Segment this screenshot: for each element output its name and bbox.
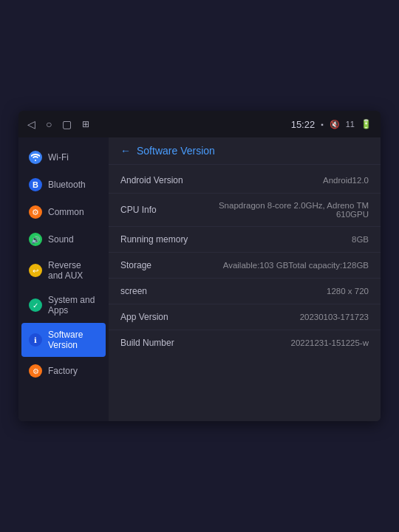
recents-nav-icon[interactable]: ▢	[62, 118, 72, 130]
signal-icon: ▪	[321, 120, 324, 129]
sidebar-item-factory[interactable]: ⚙ Factory	[21, 358, 106, 384]
status-bar: ◁ ○ ▢ ⊞ 15:22 ▪ 🔇 11 🔋	[18, 111, 381, 137]
info-value: Available:103 GBTotal capacity:128GB	[223, 261, 369, 270]
sidebar-item-sound[interactable]: 🔊 Sound	[21, 226, 106, 253]
sidebar-bluetooth-label: Bluetooth	[48, 180, 86, 190]
wifi-icon	[29, 151, 42, 164]
content-title: Software Version	[137, 145, 215, 157]
table-row: Build Number 20221231-151225-w	[109, 330, 381, 355]
info-label: Running memory	[120, 234, 188, 245]
table-row: screen 1280 x 720	[109, 279, 381, 304]
info-value: 20221231-151225-w	[290, 338, 369, 347]
content-header: ← Software Version	[109, 137, 381, 165]
info-label: CPU Info	[120, 205, 187, 215]
sidebar-item-reverse[interactable]: ↩ Reverse and AUX	[21, 253, 106, 287]
status-indicators: 15:22 ▪ 🔇 11 🔋	[291, 119, 372, 130]
table-row: Running memory 8GB	[109, 227, 381, 253]
sidebar-system-label: System and Apps	[48, 295, 98, 316]
info-value: 1280 x 720	[327, 287, 369, 296]
info-value: Snapdragon 8-core 2.0GHz, Adreno TM 610G…	[193, 201, 369, 219]
common-icon: ⚙	[29, 205, 42, 219]
sidebar-factory-label: Factory	[48, 366, 78, 376]
volume-level: 11	[346, 120, 355, 129]
sidebar: Wi-Fi B Bluetooth ⚙ Common 🔊 Sound ↩ Rev…	[18, 137, 109, 421]
info-label: Android Version	[120, 175, 187, 185]
system-icon: ✓	[29, 299, 42, 312]
info-value: 8GB	[352, 235, 369, 244]
sidebar-reverse-label: Reverse and AUX	[48, 260, 98, 281]
back-button[interactable]: ←	[120, 145, 131, 157]
info-label: App Version	[120, 312, 187, 322]
sidebar-item-bluetooth[interactable]: B Bluetooth	[21, 171, 106, 198]
info-label: Build Number	[120, 338, 187, 348]
sidebar-item-wifi[interactable]: Wi-Fi	[21, 144, 106, 171]
battery-icon: 🔋	[361, 119, 372, 129]
table-row: CPU Info Snapdragon 8-core 2.0GHz, Adren…	[109, 194, 381, 227]
bluetooth-icon: B	[29, 178, 42, 191]
back-nav-icon[interactable]: ◁	[27, 118, 35, 130]
status-time: 15:22	[291, 119, 316, 130]
sidebar-sound-label: Sound	[48, 234, 74, 245]
sidebar-item-system[interactable]: ✓ System and Apps	[21, 288, 106, 322]
home-nav-icon[interactable]: ○	[46, 118, 52, 130]
main-area: Wi-Fi B Bluetooth ⚙ Common 🔊 Sound ↩ Rev…	[18, 137, 381, 421]
sidebar-software-label: Software Version	[48, 330, 98, 350]
sound-icon: 🔊	[29, 233, 42, 246]
table-row: Storage Available:103 GBTotal capacity:1…	[109, 253, 381, 279]
factory-icon: ⚙	[29, 364, 42, 378]
screen-cast-icon[interactable]: ⊞	[82, 119, 89, 129]
table-row: Android Version Android12.0	[109, 168, 381, 194]
mute-icon: 🔇	[330, 120, 340, 129]
nav-controls: ◁ ○ ▢ ⊞	[27, 118, 89, 130]
content-panel: ← Software Version Android Version Andro…	[109, 137, 381, 421]
info-label: Storage	[120, 260, 187, 270]
info-table: Android Version Android12.0 CPU Info Sna…	[109, 165, 381, 421]
sidebar-item-common[interactable]: ⚙ Common	[21, 199, 106, 225]
reverse-icon: ↩	[29, 264, 42, 277]
software-icon: ℹ	[29, 333, 42, 347]
table-row: App Version 20230103-171723	[109, 304, 381, 330]
sidebar-item-software[interactable]: ℹ Software Version	[21, 323, 106, 357]
sidebar-common-label: Common	[48, 207, 84, 217]
info-value: 20230103-171723	[300, 313, 369, 321]
info-label: screen	[120, 286, 187, 296]
info-value: Android12.0	[323, 176, 369, 185]
device-frame: ◁ ○ ▢ ⊞ 15:22 ▪ 🔇 11 🔋 Wi-Fi	[18, 111, 381, 421]
sidebar-wifi-label: Wi-Fi	[48, 152, 69, 163]
